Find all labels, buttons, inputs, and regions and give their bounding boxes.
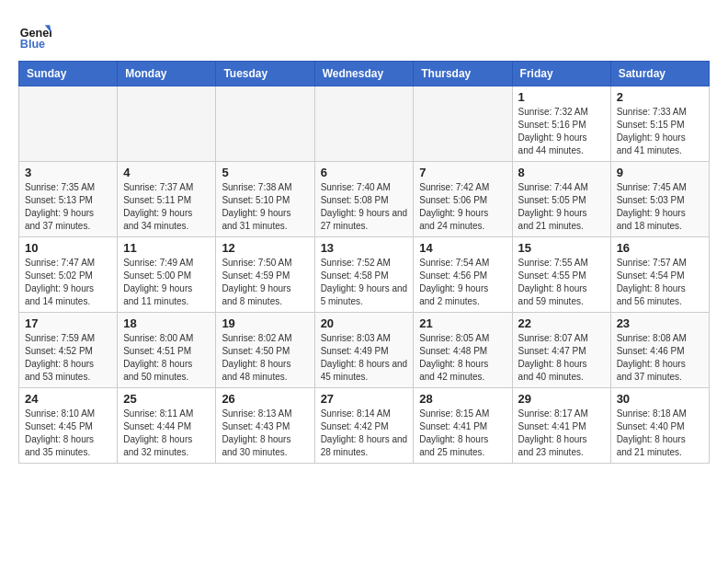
header-row: SundayMondayTuesdayWednesdayThursdayFrid…	[19, 62, 710, 86]
calendar-cell: 7Sunrise: 7:42 AM Sunset: 5:06 PM Daylig…	[414, 162, 512, 237]
day-detail: Sunrise: 7:45 AM Sunset: 5:03 PM Dayligh…	[617, 181, 703, 233]
day-detail: Sunrise: 8:05 AM Sunset: 4:48 PM Dayligh…	[419, 332, 506, 384]
day-number: 25	[123, 392, 210, 406]
calendar-cell	[414, 86, 512, 162]
day-number: 27	[321, 392, 408, 406]
day-number: 14	[419, 241, 506, 255]
week-row-4: 17Sunrise: 7:59 AM Sunset: 4:52 PM Dayli…	[19, 313, 710, 388]
calendar-cell: 30Sunrise: 8:18 AM Sunset: 4:40 PM Dayli…	[610, 388, 709, 464]
day-number: 3	[25, 166, 111, 179]
day-number: 17	[25, 316, 111, 330]
logo: General Blue	[18, 18, 55, 52]
calendar-table: SundayMondayTuesdayWednesdayThursdayFrid…	[18, 61, 710, 464]
day-detail: Sunrise: 7:54 AM Sunset: 4:56 PM Dayligh…	[419, 257, 506, 308]
day-detail: Sunrise: 8:18 AM Sunset: 4:40 PM Dayligh…	[617, 408, 703, 459]
day-detail: Sunrise: 7:32 AM Sunset: 5:16 PM Dayligh…	[518, 106, 605, 157]
calendar-cell	[19, 86, 118, 162]
calendar-cell	[118, 86, 216, 162]
day-number: 18	[123, 316, 210, 330]
calendar-body: 1Sunrise: 7:32 AM Sunset: 5:16 PM Daylig…	[19, 86, 710, 464]
day-detail: Sunrise: 7:42 AM Sunset: 5:06 PM Dayligh…	[419, 181, 506, 233]
day-number: 28	[419, 392, 506, 406]
calendar-cell: 1Sunrise: 7:32 AM Sunset: 5:16 PM Daylig…	[512, 86, 610, 162]
calendar-cell: 29Sunrise: 8:17 AM Sunset: 4:41 PM Dayli…	[512, 388, 610, 464]
calendar-cell: 2Sunrise: 7:33 AM Sunset: 5:15 PM Daylig…	[610, 86, 709, 162]
day-detail: Sunrise: 8:03 AM Sunset: 4:49 PM Dayligh…	[321, 332, 408, 384]
calendar-cell: 16Sunrise: 7:57 AM Sunset: 4:54 PM Dayli…	[610, 237, 709, 313]
calendar-cell: 28Sunrise: 8:15 AM Sunset: 4:41 PM Dayli…	[414, 388, 512, 464]
calendar-cell: 14Sunrise: 7:54 AM Sunset: 4:56 PM Dayli…	[414, 237, 512, 313]
day-detail: Sunrise: 7:57 AM Sunset: 4:54 PM Dayligh…	[617, 257, 703, 308]
day-detail: Sunrise: 7:52 AM Sunset: 4:58 PM Dayligh…	[321, 257, 408, 308]
day-number: 12	[222, 241, 308, 255]
day-number: 8	[518, 166, 605, 179]
calendar-cell: 13Sunrise: 7:52 AM Sunset: 4:58 PM Dayli…	[314, 237, 414, 313]
day-number: 7	[419, 166, 506, 179]
calendar-cell: 11Sunrise: 7:49 AM Sunset: 5:00 PM Dayli…	[118, 237, 216, 313]
calendar-cell: 27Sunrise: 8:14 AM Sunset: 4:42 PM Dayli…	[314, 388, 414, 464]
calendar-cell: 22Sunrise: 8:07 AM Sunset: 4:47 PM Dayli…	[512, 313, 610, 388]
day-number: 10	[25, 241, 111, 255]
svg-text:Blue: Blue	[20, 38, 45, 51]
day-detail: Sunrise: 8:10 AM Sunset: 4:45 PM Dayligh…	[25, 408, 111, 459]
header-thursday: Thursday	[414, 62, 512, 86]
calendar-cell	[216, 86, 314, 162]
calendar-cell: 10Sunrise: 7:47 AM Sunset: 5:02 PM Dayli…	[19, 237, 118, 313]
calendar-cell: 17Sunrise: 7:59 AM Sunset: 4:52 PM Dayli…	[19, 313, 118, 388]
calendar-cell: 26Sunrise: 8:13 AM Sunset: 4:43 PM Dayli…	[216, 388, 314, 464]
day-number: 6	[321, 166, 408, 179]
day-number: 23	[617, 316, 703, 330]
calendar-cell: 19Sunrise: 8:02 AM Sunset: 4:50 PM Dayli…	[216, 313, 314, 388]
day-number: 24	[25, 392, 111, 406]
week-row-5: 24Sunrise: 8:10 AM Sunset: 4:45 PM Dayli…	[19, 388, 710, 464]
day-number: 20	[321, 316, 408, 330]
day-detail: Sunrise: 7:47 AM Sunset: 5:02 PM Dayligh…	[25, 257, 111, 308]
day-detail: Sunrise: 8:17 AM Sunset: 4:41 PM Dayligh…	[518, 408, 605, 459]
week-row-1: 1Sunrise: 7:32 AM Sunset: 5:16 PM Daylig…	[19, 86, 710, 162]
day-detail: Sunrise: 7:44 AM Sunset: 5:05 PM Dayligh…	[518, 181, 605, 233]
calendar-cell: 25Sunrise: 8:11 AM Sunset: 4:44 PM Dayli…	[118, 388, 216, 464]
day-number: 4	[123, 166, 210, 179]
calendar-cell: 12Sunrise: 7:50 AM Sunset: 4:59 PM Dayli…	[216, 237, 314, 313]
day-number: 2	[617, 90, 703, 104]
page-header: General Blue	[18, 18, 710, 52]
calendar-cell: 9Sunrise: 7:45 AM Sunset: 5:03 PM Daylig…	[610, 162, 709, 237]
day-detail: Sunrise: 8:07 AM Sunset: 4:47 PM Dayligh…	[518, 332, 605, 384]
day-number: 29	[518, 392, 605, 406]
calendar-cell: 4Sunrise: 7:37 AM Sunset: 5:11 PM Daylig…	[118, 162, 216, 237]
day-detail: Sunrise: 8:02 AM Sunset: 4:50 PM Dayligh…	[222, 332, 308, 384]
day-detail: Sunrise: 7:49 AM Sunset: 5:00 PM Dayligh…	[123, 257, 210, 308]
day-detail: Sunrise: 8:14 AM Sunset: 4:42 PM Dayligh…	[321, 408, 408, 459]
day-number: 15	[518, 241, 605, 255]
calendar-cell: 5Sunrise: 7:38 AM Sunset: 5:10 PM Daylig…	[216, 162, 314, 237]
day-detail: Sunrise: 7:37 AM Sunset: 5:11 PM Dayligh…	[123, 181, 210, 233]
day-detail: Sunrise: 7:55 AM Sunset: 4:55 PM Dayligh…	[518, 257, 605, 308]
day-number: 16	[617, 241, 703, 255]
calendar-cell: 6Sunrise: 7:40 AM Sunset: 5:08 PM Daylig…	[314, 162, 414, 237]
day-detail: Sunrise: 8:13 AM Sunset: 4:43 PM Dayligh…	[222, 408, 308, 459]
calendar-cell: 8Sunrise: 7:44 AM Sunset: 5:05 PM Daylig…	[512, 162, 610, 237]
day-number: 22	[518, 316, 605, 330]
day-detail: Sunrise: 8:00 AM Sunset: 4:51 PM Dayligh…	[123, 332, 210, 384]
header-monday: Monday	[118, 62, 216, 86]
day-detail: Sunrise: 7:38 AM Sunset: 5:10 PM Dayligh…	[222, 181, 308, 233]
header-friday: Friday	[512, 62, 610, 86]
day-detail: Sunrise: 8:11 AM Sunset: 4:44 PM Dayligh…	[123, 408, 210, 459]
week-row-2: 3Sunrise: 7:35 AM Sunset: 5:13 PM Daylig…	[19, 162, 710, 237]
day-number: 26	[222, 392, 308, 406]
header-tuesday: Tuesday	[216, 62, 314, 86]
day-detail: Sunrise: 7:33 AM Sunset: 5:15 PM Dayligh…	[617, 106, 703, 157]
calendar-cell: 21Sunrise: 8:05 AM Sunset: 4:48 PM Dayli…	[414, 313, 512, 388]
logo-icon: General Blue	[18, 18, 51, 52]
calendar-cell: 23Sunrise: 8:08 AM Sunset: 4:46 PM Dayli…	[610, 313, 709, 388]
header-wednesday: Wednesday	[314, 62, 414, 86]
header-saturday: Saturday	[610, 62, 709, 86]
day-detail: Sunrise: 8:15 AM Sunset: 4:41 PM Dayligh…	[419, 408, 506, 459]
calendar-cell: 15Sunrise: 7:55 AM Sunset: 4:55 PM Dayli…	[512, 237, 610, 313]
day-number: 11	[123, 241, 210, 255]
day-number: 1	[518, 90, 605, 104]
day-number: 21	[419, 316, 506, 330]
day-number: 9	[617, 166, 703, 179]
calendar-header: SundayMondayTuesdayWednesdayThursdayFrid…	[19, 62, 710, 86]
calendar-cell: 24Sunrise: 8:10 AM Sunset: 4:45 PM Dayli…	[19, 388, 118, 464]
